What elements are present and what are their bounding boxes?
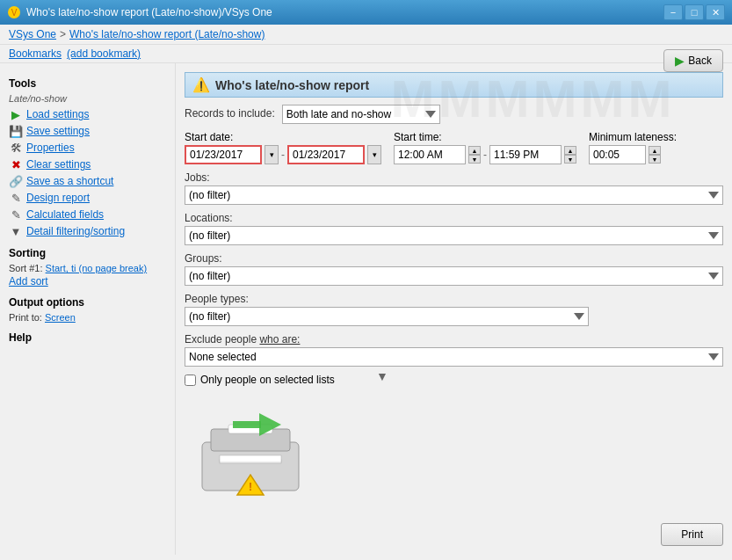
breadcrumb: VSys One > Who's late/no-show report (La… bbox=[0, 25, 732, 45]
report-header-panel: ⚠️ Who's late/no-show report bbox=[185, 72, 723, 98]
sidebar-item-properties[interactable]: 🛠 Properties bbox=[9, 141, 166, 155]
min-lateness-spinner: ▲ ▼ bbox=[649, 146, 661, 164]
jobs-select[interactable]: (no filter) bbox=[185, 185, 723, 205]
min-lateness-label: Minimum lateness: bbox=[589, 131, 677, 143]
sidebar: Tools Late/no-show ▶ Load settings 💾 Sav… bbox=[0, 63, 176, 555]
main-layout: Tools Late/no-show ▶ Load settings 💾 Sav… bbox=[0, 63, 732, 555]
locations-label: Locations: bbox=[185, 212, 723, 224]
minimize-button[interactable]: − bbox=[663, 4, 683, 20]
load-settings-link[interactable]: Load settings bbox=[26, 108, 89, 120]
sidebar-item-detail-filtering[interactable]: ▼ Detail filtering/sorting bbox=[9, 224, 166, 238]
app-icon: V bbox=[7, 5, 21, 19]
start-date-to-input[interactable] bbox=[287, 145, 365, 164]
svg-text:!: ! bbox=[249, 481, 252, 493]
jobs-label: Jobs: bbox=[185, 171, 723, 184]
exclude-select[interactable]: None selected bbox=[185, 347, 723, 367]
sorting-section-title: Sorting bbox=[9, 247, 166, 259]
time-to-up[interactable]: ▲ bbox=[564, 146, 576, 155]
jobs-row: Jobs: (no filter) bbox=[185, 171, 723, 205]
print-to-row: Print to: Screen bbox=[9, 312, 166, 323]
sort-link[interactable]: Start, ti (no page break) bbox=[46, 263, 148, 273]
people-types-label: People types: bbox=[185, 293, 723, 305]
svg-rect-8 bbox=[233, 421, 261, 428]
time-from-up[interactable]: ▲ bbox=[468, 146, 481, 155]
records-select[interactable]: Both late and no-show Late only No-show … bbox=[282, 105, 440, 124]
locations-row: Locations: (no filter) bbox=[185, 212, 723, 245]
min-lateness-down[interactable]: ▼ bbox=[649, 155, 661, 164]
sidebar-item-calculated-fields[interactable]: ✎ Calculated fields bbox=[9, 207, 166, 222]
calculated-fields-link[interactable]: Calculated fields bbox=[26, 208, 104, 221]
clear-settings-icon: ✖ bbox=[9, 157, 23, 171]
start-date-to-arrow[interactable]: ▾ bbox=[367, 145, 381, 164]
min-lateness-group: Minimum lateness: ▲ ▼ bbox=[589, 131, 677, 164]
clear-settings-link[interactable]: Clear settings bbox=[26, 158, 91, 171]
print-btn-area: Print bbox=[661, 523, 723, 546]
maximize-button[interactable]: □ bbox=[685, 4, 704, 20]
breadcrumb-separator: > bbox=[60, 28, 66, 40]
only-selected-lists-checkbox[interactable] bbox=[185, 375, 196, 386]
groups-select[interactable]: (no filter) bbox=[185, 266, 723, 286]
exclude-row: Exclude people who are: None selected bbox=[185, 333, 723, 367]
print-button[interactable]: Print bbox=[661, 523, 723, 546]
help-section-title: Help bbox=[9, 331, 166, 344]
people-types-select[interactable]: (no filter) bbox=[185, 307, 589, 326]
bookmark-bar: Bookmarks (add bookmark) ▶ Back bbox=[0, 45, 732, 63]
print-to-label: Print to: bbox=[9, 312, 42, 323]
detail-filtering-link[interactable]: Detail filtering/sorting bbox=[26, 225, 125, 237]
time-separator: - bbox=[483, 149, 487, 161]
sidebar-item-save-shortcut[interactable]: 🔗 Save as a shortcut bbox=[9, 174, 166, 188]
add-sort-link[interactable]: Add sort bbox=[9, 275, 48, 287]
calculated-fields-icon: ✎ bbox=[9, 207, 23, 222]
load-settings-icon: ▶ bbox=[9, 107, 23, 121]
sidebar-item-clear-settings[interactable]: ✖ Clear settings bbox=[9, 157, 166, 171]
groups-row: Groups: (no filter) bbox=[185, 252, 723, 286]
start-time-label: Start time: bbox=[394, 131, 576, 143]
breadcrumb-root[interactable]: VSys One bbox=[9, 28, 56, 40]
start-date-from-arrow[interactable]: ▾ bbox=[265, 145, 279, 164]
start-date-from-input[interactable] bbox=[185, 145, 262, 164]
save-shortcut-link[interactable]: Save as a shortcut bbox=[26, 175, 113, 187]
time-from-down[interactable]: ▼ bbox=[468, 155, 481, 164]
save-settings-icon: 💾 bbox=[9, 124, 23, 138]
properties-link[interactable]: Properties bbox=[26, 142, 75, 154]
close-button[interactable]: ✕ bbox=[706, 4, 725, 20]
date-time-row: Start date: ▾ - ▾ Start time: ▲ ▼ bbox=[185, 131, 723, 164]
late-noshow-subtitle: Late/no-show bbox=[9, 93, 166, 104]
sort-text: Sort #1: Start, ti (no page break) bbox=[9, 263, 166, 273]
people-types-row: People types: (no filter) bbox=[185, 293, 723, 326]
add-bookmark-link[interactable]: (add bookmark) bbox=[67, 47, 141, 60]
breadcrumb-current[interactable]: Who's late/no-show report (Late/no-show) bbox=[69, 28, 265, 40]
locations-select[interactable]: (no filter) bbox=[185, 226, 723, 245]
start-time-inputs: ▲ ▼ - ▲ ▼ bbox=[394, 145, 576, 164]
design-report-link[interactable]: Design report bbox=[26, 192, 90, 204]
start-time-from-input[interactable] bbox=[394, 145, 466, 164]
bookmarks-link[interactable]: Bookmarks bbox=[9, 47, 62, 60]
time-to-spinner: ▲ ▼ bbox=[564, 146, 576, 164]
save-shortcut-icon: 🔗 bbox=[9, 174, 23, 188]
scroll-down-indicator: ▼ bbox=[376, 369, 388, 383]
start-date-group: Start date: ▾ - ▾ bbox=[185, 131, 381, 164]
sidebar-item-design-report[interactable]: ✎ Design report bbox=[9, 191, 166, 205]
content-area: MMMMMM ⚠️ Who's late/no-show report Reco… bbox=[176, 63, 732, 555]
time-from-spinner: ▲ ▼ bbox=[468, 146, 481, 164]
min-lateness-up[interactable]: ▲ bbox=[649, 146, 661, 155]
sidebar-item-load-settings[interactable]: ▶ Load settings bbox=[9, 107, 166, 121]
save-settings-link[interactable]: Save settings bbox=[26, 125, 90, 137]
min-lateness-input[interactable] bbox=[589, 145, 646, 164]
window-controls: − □ ✕ bbox=[663, 4, 725, 20]
window-title: Who's late/no-show report (Late/no-show)… bbox=[26, 6, 272, 18]
printer-illustration-area: ! bbox=[185, 411, 316, 511]
start-date-inputs: ▾ - ▾ bbox=[185, 145, 381, 164]
start-time-to-input[interactable] bbox=[489, 145, 562, 164]
sidebar-item-save-settings[interactable]: 💾 Save settings bbox=[9, 124, 166, 138]
exclude-label: Exclude people who are: bbox=[185, 333, 723, 345]
screen-link[interactable]: Screen bbox=[45, 312, 76, 323]
min-lateness-inputs: ▲ ▼ bbox=[589, 145, 677, 164]
properties-icon: 🛠 bbox=[9, 141, 23, 155]
time-to-down[interactable]: ▼ bbox=[564, 155, 576, 164]
report-warning-icon: ⚠️ bbox=[192, 76, 210, 93]
start-time-group: Start time: ▲ ▼ - ▲ ▼ bbox=[394, 131, 576, 164]
tools-section-title: Tools bbox=[9, 77, 166, 90]
records-label: Records to include: bbox=[185, 107, 275, 120]
sidebar-item-add-sort[interactable]: Add sort bbox=[9, 275, 166, 287]
